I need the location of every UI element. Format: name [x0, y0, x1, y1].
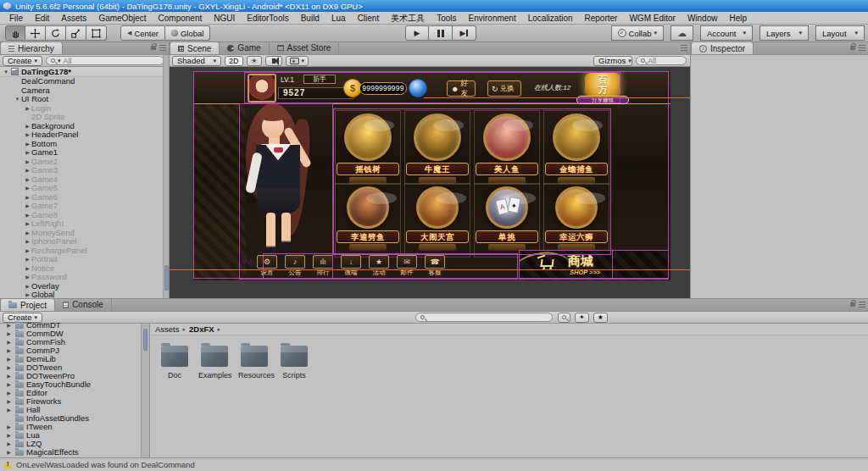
- hierarchy-item[interactable]: ▶HeaderPanel: [0, 130, 163, 140]
- menu-item-9[interactable]: Client: [352, 12, 386, 25]
- expander-icon[interactable]: ▶: [5, 330, 13, 338]
- project-folder-item[interactable]: ▶DemiLib: [0, 355, 141, 363]
- lock-icon[interactable]: [151, 46, 156, 50]
- project-scrollbar[interactable]: [141, 324, 149, 457]
- hierarchy-item[interactable]: ▶Game2: [0, 158, 163, 167]
- hierarchy-scrollbar[interactable]: [163, 55, 169, 298]
- expander-icon[interactable]: ▶: [5, 372, 13, 380]
- expander-icon[interactable]: ▶: [24, 211, 31, 220]
- asset-folder[interactable]: Doc: [159, 346, 191, 457]
- lock-icon[interactable]: [850, 302, 855, 307]
- lobby-button[interactable]: ↓微端: [340, 255, 362, 276]
- asset-folder[interactable]: Resources: [238, 346, 270, 457]
- project-folder-item[interactable]: ▶CommDW: [0, 330, 141, 338]
- expander-icon[interactable]: ▶: [5, 423, 13, 431]
- breadcrumb-item[interactable]: 2DxFX: [189, 324, 214, 334]
- game-tile[interactable]: 摇钱树: [335, 114, 401, 188]
- hierarchy-item[interactable]: ▶Game6: [0, 193, 163, 202]
- project-folder-item[interactable]: InfoAssetBundles: [0, 414, 141, 423]
- search-by-label-button[interactable]: ✦: [575, 313, 589, 323]
- expander-icon[interactable]: ▶: [24, 237, 31, 247]
- hierarchy-item[interactable]: ▶Game7: [0, 202, 163, 211]
- hierarchy-item[interactable]: ▶Background: [0, 122, 163, 131]
- project-folder-item[interactable]: ▶CommFish: [0, 338, 141, 346]
- lobby-button[interactable]: ılı排行: [312, 255, 334, 276]
- game-tile[interactable]: 牛魔王: [404, 114, 470, 188]
- search-by-type-button[interactable]: [558, 313, 570, 323]
- hierarchy-search-input[interactable]: ▾ All: [46, 56, 164, 65]
- menu-item-3[interactable]: GameObject: [92, 12, 152, 25]
- hierarchy-item[interactable]: ▶Login: [0, 104, 163, 114]
- expander-icon[interactable]: ▶: [24, 158, 31, 167]
- project-folder-item[interactable]: ▶CommPJ: [0, 346, 141, 355]
- lock-icon[interactable]: [850, 46, 855, 50]
- lobby-button[interactable]: ☎客服: [424, 255, 446, 276]
- scene-effects-dropdown[interactable]: ▾: [286, 56, 309, 66]
- scene-canvas[interactable]: LV.1 新手 9527 $ 9999999999 ☻ 好友 ↻ 兑换: [170, 67, 690, 298]
- menu-item-1[interactable]: Edit: [29, 12, 55, 25]
- move-tool-button[interactable]: [25, 25, 46, 41]
- scrollbar-thumb[interactable]: [143, 329, 147, 351]
- expander-icon[interactable]: ▶: [5, 448, 13, 457]
- tab-inspector[interactable]: i Inspector: [691, 42, 754, 54]
- menu-item-5[interactable]: NGUI: [208, 12, 241, 25]
- exchange-button[interactable]: ↻ 兑换: [487, 80, 521, 97]
- asset-folder[interactable]: Examples: [198, 346, 231, 457]
- hierarchy-item[interactable]: ▶MoneySend: [0, 229, 163, 238]
- expander-icon[interactable]: ▼: [3, 69, 8, 75]
- menu-item-10[interactable]: 美术工具: [385, 12, 431, 25]
- menu-item-11[interactable]: Tools: [431, 12, 462, 25]
- expander-icon[interactable]: ▶: [5, 380, 13, 389]
- player-avatar[interactable]: [248, 74, 276, 103]
- panel-menu-icon[interactable]: [159, 45, 166, 51]
- scale-tool-button[interactable]: [66, 25, 86, 41]
- 2d-toggle-button[interactable]: 2D: [225, 56, 243, 66]
- menu-item-17[interactable]: Help: [723, 12, 753, 25]
- tab-game[interactable]: Game: [220, 42, 269, 54]
- expander-icon[interactable]: ▶: [5, 355, 13, 363]
- menu-item-7[interactable]: Build: [295, 12, 326, 25]
- step-button[interactable]: ▶: [453, 25, 476, 41]
- menu-item-6[interactable]: EditorTools: [241, 12, 294, 25]
- hierarchy-scene-row[interactable]: ▼ DaTingG178*: [0, 67, 163, 77]
- project-folder-item[interactable]: ▶Editor: [0, 389, 141, 397]
- expander-icon[interactable]: ▶: [5, 363, 13, 372]
- panel-menu-icon[interactable]: [859, 302, 865, 308]
- project-folder-item[interactable]: ▶Lua: [0, 431, 141, 440]
- hierarchy-item[interactable]: ▶RechargePanel: [0, 247, 163, 256]
- layers-dropdown[interactable]: Layers▾: [760, 25, 809, 41]
- scene-audio-toggle[interactable]: [265, 56, 282, 66]
- hierarchy-item[interactable]: ▶IphonePanel: [0, 237, 163, 247]
- menu-item-2[interactable]: Assets: [55, 12, 92, 25]
- project-folder-item[interactable]: ▶Fireworks: [0, 397, 141, 406]
- hierarchy-item[interactable]: DealCommand: [0, 77, 163, 86]
- collab-button[interactable]: ✓ Collab▾: [611, 25, 664, 41]
- play-button[interactable]: ▶: [405, 25, 429, 41]
- menu-item-14[interactable]: Reporter: [579, 12, 624, 25]
- expander-icon[interactable]: ▶: [5, 440, 13, 448]
- expander-icon[interactable]: ▼: [14, 95, 21, 104]
- hierarchy-item[interactable]: ▶Game8: [0, 211, 163, 220]
- expander-icon[interactable]: ▶: [24, 282, 31, 291]
- expander-icon[interactable]: ▶: [24, 140, 31, 149]
- expander-icon[interactable]: ▶: [24, 184, 31, 193]
- lobby-button[interactable]: ⚙设置: [256, 255, 278, 276]
- asset-folder[interactable]: Scripts: [278, 346, 310, 457]
- project-search-input[interactable]: [415, 313, 553, 322]
- expander-icon[interactable]: ▶: [24, 229, 31, 238]
- hierarchy-item[interactable]: ▶Global: [0, 291, 163, 298]
- pause-button[interactable]: [429, 25, 453, 41]
- hierarchy-item[interactable]: ▶Game1: [0, 148, 163, 158]
- hierarchy-item[interactable]: 2D Sprite: [0, 113, 163, 122]
- breadcrumb-item[interactable]: Assets: [155, 324, 180, 334]
- project-folder-item[interactable]: ▶EasyTouchBundle: [0, 380, 141, 389]
- hierarchy-item[interactable]: ▶LeftRight: [0, 219, 163, 229]
- hierarchy-item[interactable]: ▶Portrait: [0, 255, 163, 264]
- lobby-button[interactable]: ★活动: [368, 255, 390, 276]
- expander-icon[interactable]: ▶: [24, 175, 31, 185]
- favorites-star-button[interactable]: ★: [593, 313, 608, 323]
- menu-item-8[interactable]: Lua: [326, 12, 352, 25]
- expander-icon[interactable]: ▶: [24, 130, 31, 140]
- menu-item-12[interactable]: Environment: [463, 12, 522, 25]
- shop-button[interactable]: 商城 SHOP >>>: [519, 251, 670, 280]
